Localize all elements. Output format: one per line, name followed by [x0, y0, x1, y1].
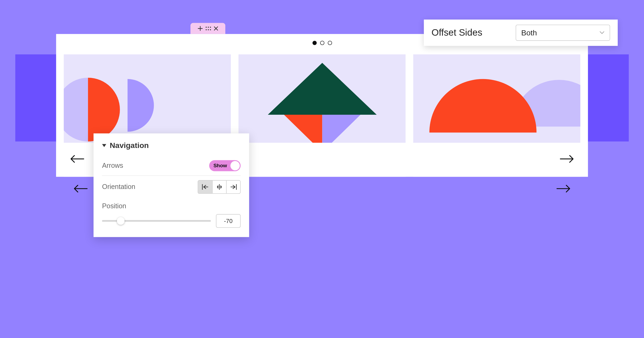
position-row: Position	[102, 198, 241, 211]
orientation-center-button[interactable]	[212, 181, 226, 194]
orientation-right-button[interactable]	[226, 181, 240, 194]
arrow-right-icon	[556, 185, 571, 192]
arrow-left-icon	[73, 185, 88, 192]
position-input[interactable]	[216, 214, 241, 228]
carousel-next-button[interactable]	[559, 151, 574, 166]
align-left-icon	[202, 184, 208, 190]
toggle-text: Show	[214, 163, 227, 169]
svg-point-3	[206, 29, 207, 30]
toggle-knob	[230, 161, 240, 170]
offset-sides-panel: Offset Sides Both	[424, 20, 618, 46]
shape-triangle-green	[268, 63, 377, 115]
orientation-button-group	[198, 180, 241, 194]
pagination-dot-1[interactable]	[312, 41, 317, 45]
offset-sides-label: Offset Sides	[432, 27, 499, 38]
arrow-right-icon	[560, 155, 574, 163]
navigation-panel-title[interactable]: Navigation	[102, 141, 241, 150]
align-center-icon	[216, 184, 223, 190]
svg-point-2	[210, 27, 211, 28]
shape-halfcircle-orange	[88, 78, 120, 142]
shape-semicircle-orange	[429, 79, 536, 133]
arrows-label: Arrows	[102, 162, 123, 170]
plus-icon	[198, 26, 203, 31]
orientation-row: Orientation	[102, 176, 241, 198]
svg-point-4	[208, 29, 209, 30]
editor-tab[interactable]	[190, 23, 225, 34]
carousel-next-button[interactable]	[556, 181, 571, 196]
navigation-panel: Navigation Arrows Show Orientation Posit…	[94, 133, 249, 237]
pagination-dots	[312, 41, 332, 45]
svg-point-0	[206, 27, 207, 28]
position-slider[interactable]	[102, 220, 211, 222]
caret-down-icon	[102, 144, 106, 147]
carousel-prev-button[interactable]	[70, 151, 85, 166]
arrows-toggle[interactable]: Show	[209, 160, 241, 171]
position-slider-row	[102, 214, 241, 228]
offset-sides-value: Both	[521, 28, 537, 37]
carousel-prev-button[interactable]	[73, 181, 89, 196]
close-icon	[214, 26, 218, 31]
navigation-title-text: Navigation	[110, 141, 149, 150]
align-right-icon	[230, 184, 237, 190]
svg-point-1	[208, 27, 209, 28]
pagination-dot-2[interactable]	[320, 41, 324, 45]
chevron-down-icon	[599, 31, 605, 35]
shape-halfcircle-purple	[128, 79, 154, 132]
arrows-row: Arrows Show	[102, 156, 241, 176]
offset-sides-select[interactable]: Both	[516, 25, 610, 41]
orientation-left-button[interactable]	[198, 181, 212, 194]
position-label: Position	[102, 202, 126, 210]
slider-thumb[interactable]	[117, 217, 124, 225]
drag-handle-icon	[205, 26, 211, 31]
orientation-label: Orientation	[102, 183, 135, 191]
pagination-dot-3[interactable]	[327, 41, 332, 45]
svg-point-5	[210, 29, 211, 30]
arrow-left-icon	[70, 155, 85, 163]
